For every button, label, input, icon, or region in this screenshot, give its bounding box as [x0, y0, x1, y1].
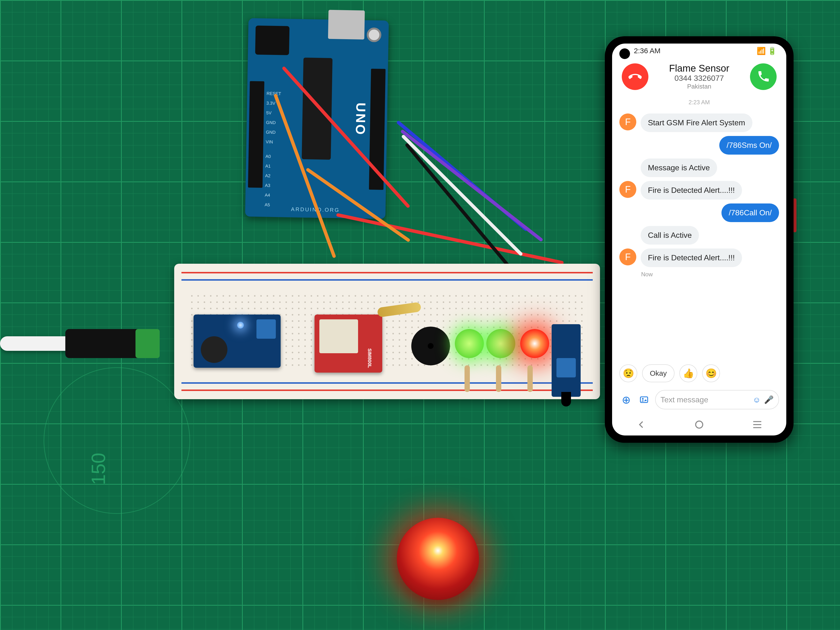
- thread-timestamp: 2:23 AM: [612, 98, 786, 107]
- sms-relative-time: Now: [641, 271, 779, 278]
- sms-outgoing[interactable]: /786Call On/: [619, 204, 779, 222]
- pin-label: A3: [265, 183, 270, 188]
- flame-sensor-module: [552, 324, 581, 397]
- pin-label: A1: [265, 164, 270, 169]
- lit-candle-flame-source: [397, 518, 479, 600]
- quick-reply-row: 😟 Okay 👍 😊: [612, 361, 786, 386]
- nav-home-icon[interactable]: [693, 418, 705, 431]
- alert-led-red: [520, 329, 549, 358]
- pin-label: 5V: [266, 111, 272, 115]
- sms-incoming[interactable]: Call is Active: [619, 226, 779, 245]
- add-attachment-button[interactable]: ⊕: [619, 393, 633, 406]
- sms-incoming[interactable]: F Fire is Detected Alert....!!!: [619, 248, 779, 267]
- voice-input-icon[interactable]: 🎤: [764, 395, 774, 404]
- sms-thread[interactable]: F Start GSM Fire Alert System /786Sms On…: [612, 107, 786, 361]
- sms-outgoing[interactable]: /786Sms On/: [619, 136, 779, 155]
- contact-avatar: F: [619, 248, 636, 265]
- buck-trimpot: [256, 319, 276, 339]
- contact-avatar: F: [619, 181, 636, 198]
- pin-label: GND: [266, 129, 276, 135]
- pin-label: GND: [266, 120, 276, 125]
- sms-incoming[interactable]: F Start GSM Fire Alert System: [619, 114, 779, 132]
- nav-back-icon[interactable]: [635, 418, 647, 431]
- pin-label: A4: [265, 193, 270, 198]
- buck-inductor: [201, 336, 227, 363]
- arduino-reset-button: [367, 28, 382, 42]
- emoji-picker-icon[interactable]: ☺: [753, 395, 761, 404]
- sms-bubble: /786Sms On/: [719, 136, 779, 155]
- message-composer: ⊕ Text message ☺ 🎤: [612, 386, 786, 414]
- resistor: [527, 365, 533, 392]
- quick-reply-emoji[interactable]: 😟: [619, 364, 637, 382]
- message-input[interactable]: Text message ☺ 🎤: [655, 390, 779, 409]
- status-led-green-2: [486, 329, 515, 358]
- caller-name: Flame Sensor: [669, 63, 729, 74]
- gallery-button[interactable]: [637, 393, 651, 406]
- flame-ir-receiver: [561, 392, 571, 406]
- message-placeholder: Text message: [660, 395, 749, 404]
- arduino-usb-port: [328, 10, 365, 39]
- mat-ruler-mark: 150: [87, 453, 110, 485]
- caller-number: 0344 3326077: [669, 74, 729, 83]
- hangup-icon: [628, 70, 642, 83]
- sim800l-gsm-module: SIM800L: [314, 314, 382, 373]
- pin-label: A0: [265, 154, 271, 159]
- quick-reply-smile[interactable]: 😊: [702, 364, 720, 382]
- quick-reply-okay[interactable]: Okay: [642, 364, 674, 382]
- pin-label: 3.3V: [266, 101, 275, 106]
- sms-incoming[interactable]: Message is Active: [619, 158, 779, 177]
- buck-power-led: [237, 322, 244, 328]
- status-bar: 2:36 AM 📶 🔋: [612, 44, 786, 58]
- pin-label: VIN: [266, 139, 273, 145]
- android-nav-bar: [612, 414, 786, 436]
- caller-location: Pakistan: [669, 83, 729, 90]
- reject-call-button[interactable]: [622, 63, 648, 90]
- flame-sensor-trimpot: [556, 358, 576, 377]
- sms-bubble: /786Call On/: [722, 204, 779, 222]
- dc-screw-terminal: [136, 329, 159, 358]
- caller-info: Flame Sensor 0344 3326077 Pakistan: [669, 63, 729, 90]
- sms-incoming[interactable]: F Fire is Detected Alert....!!!: [619, 181, 779, 200]
- sms-bubble: Message is Active: [641, 158, 717, 177]
- svg-point-2: [696, 421, 703, 428]
- pin-label: A2: [265, 173, 270, 178]
- arduino-board-label: UNO: [353, 103, 368, 136]
- status-led-green-1: [455, 329, 484, 358]
- arduino-barrel-jack: [255, 26, 290, 55]
- arduino-atmega-chip: [302, 58, 332, 159]
- accept-call-button[interactable]: [750, 63, 777, 90]
- gallery-icon: [639, 395, 649, 404]
- sim800l-chip: [319, 319, 358, 353]
- resistor: [464, 365, 470, 392]
- sms-bubble: Call is Active: [641, 226, 699, 245]
- sms-bubble: Fire is Detected Alert....!!!: [641, 248, 742, 267]
- smartphone: 2:36 AM 📶 🔋 Flame Sensor 0344 3326077 Pa…: [605, 36, 794, 443]
- phone-power-button: [793, 198, 796, 232]
- arduino-uno-board: UNO ARDUINO.ORG RESET 3.3V 5V GND GND VI…: [245, 18, 389, 219]
- status-time: 2:36 AM: [634, 47, 660, 55]
- sim800l-label: SIM800L: [367, 348, 372, 368]
- phone-icon: [757, 70, 770, 83]
- piezo-buzzer: [411, 327, 450, 365]
- contact-avatar: F: [619, 114, 636, 130]
- resistor: [496, 365, 501, 392]
- svg-point-1: [642, 398, 644, 399]
- arduino-left-headers: [248, 81, 264, 188]
- sms-bubble: Start GSM Fire Alert System: [641, 114, 752, 132]
- incoming-call-banner: Flame Sensor 0344 3326077 Pakistan: [612, 58, 786, 98]
- status-icons: 📶 🔋: [757, 47, 777, 55]
- nav-recent-icon[interactable]: [751, 418, 763, 431]
- pin-label: A5: [265, 202, 270, 207]
- quick-reply-thumbsup[interactable]: 👍: [679, 364, 697, 382]
- phone-camera-punch-hole: [619, 48, 630, 59]
- dc-barrel-adapter: [65, 329, 143, 358]
- sms-bubble: Fire is Detected Alert....!!!: [641, 181, 742, 200]
- phone-screen[interactable]: 2:36 AM 📶 🔋 Flame Sensor 0344 3326077 Pa…: [612, 44, 786, 436]
- buck-converter-module: [194, 314, 281, 368]
